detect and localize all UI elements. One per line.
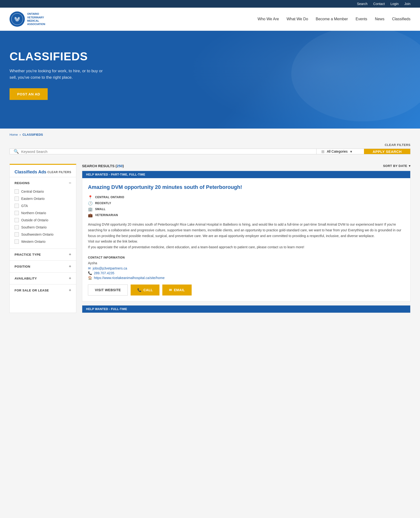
nav-news[interactable]: News (375, 17, 384, 21)
top-bar: Search Contact Login Join (0, 0, 420, 8)
email-button[interactable]: ✉ EMAIL (162, 284, 192, 296)
filter-for-sale-header[interactable]: FOR SALE OR LEASE + (15, 288, 71, 293)
call-button[interactable]: 📞 CALL (131, 284, 159, 296)
checkbox-northern-ontario[interactable] (15, 211, 19, 215)
checkbox-gta[interactable] (15, 204, 19, 208)
listing-meta: 📍 CENTRAL ONTARIO 🕐 RECENTLY 🏢 SMALL 💼 V… (88, 195, 405, 218)
call-phone-icon: 📞 (137, 288, 142, 292)
topbar-contact-link[interactable]: Contact (373, 2, 385, 6)
filter-label: GTA (21, 204, 28, 208)
svg-point-3 (18, 17, 20, 19)
listing-actions: VISIT WEBSITE 📞 CALL ✉ EMAIL (88, 284, 405, 296)
filter-availability: AVAILABILITY + (10, 272, 76, 284)
meta-time: 🕐 RECENTLY (88, 201, 405, 206)
nav-who-we-are[interactable]: Who We Are (258, 17, 279, 21)
filter-item: Western Ontario (15, 238, 71, 245)
results-label: SEARCH RESULTS (82, 164, 114, 168)
filter-label: Southern Ontario (21, 225, 47, 229)
svg-point-2 (15, 17, 16, 19)
listing-card-2: HELP WANTED - FULL-TIME (82, 305, 411, 313)
clock-icon: 🕐 (88, 201, 93, 206)
search-bar: 🔍 ⊞ All Categories ▾ APPLY SEARCH (9, 149, 411, 154)
contact-phone-link[interactable]: 289.707.4235 (94, 271, 114, 275)
sidebar-title: Classifieds Ads (15, 170, 46, 175)
email-icon: ✉ (88, 267, 91, 270)
listing-title: Amazing DVM opportunity 20 minutes south… (88, 184, 405, 191)
nav-events[interactable]: Events (356, 17, 367, 21)
contact-website-link[interactable]: https://www.ricelakeanimalhospital.ca/si… (94, 276, 165, 280)
listing-body: Amazing DVM opportunity 20 minutes south… (82, 178, 410, 301)
sidebar: Classifieds Ads CLEAR FILTERS REGIONS − … (9, 164, 76, 313)
sort-by-button[interactable]: SORT BY DATE ▾ (383, 164, 411, 168)
clear-filters-label[interactable]: CLEAR FILTERS (385, 143, 411, 147)
location-icon: 📍 (88, 195, 93, 200)
breadcrumb-home[interactable]: Home (9, 133, 18, 137)
filter-label: Southwestern Ontario (21, 233, 53, 236)
filter-label: Central Ontario (21, 190, 44, 193)
sidebar-clear-button[interactable]: CLEAR FILTERS (47, 170, 71, 174)
logo-text: ONTARIO VETERINARY MEDICAL ASSOCIATION (27, 12, 45, 26)
nav-classifieds[interactable]: Classifieds (392, 17, 411, 21)
filter-availability-header[interactable]: AVAILABILITY + (15, 276, 71, 281)
building-icon: 🏢 (88, 207, 93, 212)
topbar-login-link[interactable]: Login (390, 2, 398, 6)
chevron-down-icon: ▾ (350, 149, 352, 154)
contact-name: Aysha (88, 261, 405, 265)
checkbox-eastern-ontario[interactable] (15, 197, 19, 201)
checkbox-central-ontario[interactable] (15, 189, 19, 194)
listing-description: Amazing DVM opportunity 20 minutes south… (88, 222, 405, 250)
category-select-wrap[interactable]: ⊞ All Categories ▾ (316, 149, 364, 154)
contact-label: CONTACT INFORMATION (88, 256, 405, 259)
nav-become-member[interactable]: Become a Member (316, 17, 348, 21)
keyword-search-input[interactable] (21, 150, 313, 154)
sidebar-header: Classifieds Ads CLEAR FILTERS (10, 165, 76, 177)
category-dropdown[interactable]: All Categories (327, 150, 348, 153)
contact-section: CONTACT INFORMATION Aysha ✉ jobs@p3vetpa… (88, 256, 405, 280)
email-envelope-icon: ✉ (169, 288, 172, 292)
topbar-join-link[interactable]: Join (404, 2, 411, 6)
briefcase-icon: 💼 (88, 213, 93, 218)
filter-practice-type-header[interactable]: PRACTICE TYPE + (15, 252, 71, 257)
results-header: SEARCH RESULTS (250) SORT BY DATE ▾ (82, 164, 411, 168)
visit-website-button[interactable]: VISIT WEBSITE (88, 284, 128, 296)
checkbox-western-ontario[interactable] (15, 239, 19, 244)
filter-practice-type-label: PRACTICE TYPE (15, 253, 41, 256)
phone-icon: 📞 (88, 271, 92, 275)
filter-for-sale-label: FOR SALE OR LEASE (15, 289, 49, 292)
listing-tag-2: HELP WANTED - FULL-TIME (82, 305, 410, 313)
filter-practice-type: PRACTICE TYPE + (10, 249, 76, 260)
filter-availability-toggle-icon: + (69, 276, 71, 281)
checkbox-southern-ontario[interactable] (15, 225, 19, 229)
meta-size-text: SMALL (95, 207, 105, 211)
filter-regions-header[interactable]: REGIONS − (15, 181, 71, 186)
contact-email-detail: ✉ jobs@p3vetpartners.ca (88, 267, 405, 270)
meta-position: 💼 VETERINARIAN (88, 213, 405, 218)
filter-position: POSITION + (10, 260, 76, 272)
filter-position-label: POSITION (15, 265, 30, 268)
filter-item: GTA (15, 202, 71, 209)
search-icon: 🔍 (14, 149, 19, 154)
hero-bg-shape (291, 31, 420, 122)
breadcrumb-current: CLASSIFIEDS (22, 133, 43, 137)
meta-time-text: RECENTLY (95, 202, 111, 205)
topbar-search-link[interactable]: Search (357, 2, 367, 6)
results-title: SEARCH RESULTS (250) (82, 164, 124, 168)
post-ad-button[interactable]: POST AN AD (9, 88, 48, 100)
main-content: Classifieds Ads CLEAR FILTERS REGIONS − … (0, 159, 420, 322)
filter-for-sale-toggle-icon: + (69, 288, 71, 293)
filter-position-header[interactable]: POSITION + (15, 264, 71, 269)
filter-for-sale: FOR SALE OR LEASE + (10, 284, 76, 296)
svg-point-4 (15, 19, 19, 22)
meta-location-text: CENTRAL ONTARIO (95, 196, 124, 199)
listing-tag: HELP WANTED - PART-TIME, FULL-TIME (82, 171, 410, 178)
checkbox-southwestern-ontario[interactable] (15, 232, 19, 236)
hero-section: CLASSIFIEDS Whether you're looking for w… (0, 31, 420, 129)
checkbox-outside-ontario[interactable] (15, 218, 19, 222)
website-icon: 🏠 (88, 276, 92, 280)
filter-item: Outside of Ontario (15, 217, 71, 224)
nav-what-we-do[interactable]: What We Do (286, 17, 308, 21)
filter-availability-label: AVAILABILITY (15, 277, 37, 280)
contact-email-link[interactable]: jobs@p3vetpartners.ca (93, 267, 127, 270)
apply-search-button[interactable]: APPLY SEARCH (364, 149, 410, 154)
header: OVA ONTARIO VETERINARY MEDICAL ASSOCIATI… (0, 8, 420, 31)
